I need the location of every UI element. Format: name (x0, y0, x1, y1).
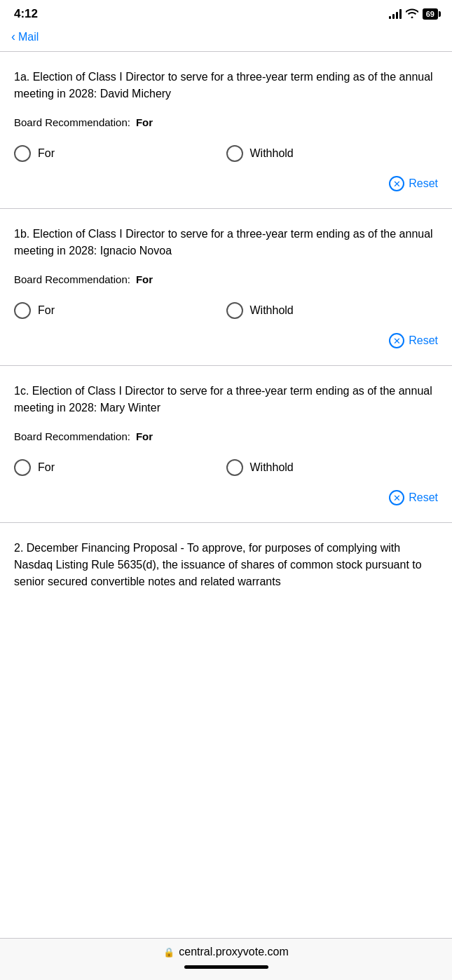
board-rec-value-1a: For (136, 116, 153, 128)
back-button[interactable]: ‹ Mail (11, 29, 39, 44)
proposal-1b-voting-options: For Withhold (14, 302, 438, 319)
board-rec-value-1b: For (136, 273, 153, 285)
proposal-1b-reset-row: ✕ Reset (14, 333, 438, 351)
reset-x-icon-1c: ✕ (389, 490, 404, 505)
nav-bar: ‹ Mail (0, 25, 452, 51)
proposal-1a-for-label: For (38, 147, 55, 160)
proposal-1c-board-rec: Board Recommendation: For (14, 430, 438, 442)
proposal-2-number: 2. (14, 542, 27, 554)
battery-icon: 69 (423, 8, 438, 20)
proposal-1a-reset-label: Reset (409, 177, 438, 190)
proposal-1c-for-option[interactable]: For (14, 459, 226, 476)
reset-x-icon-1a: ✕ (389, 176, 404, 191)
back-label: Mail (18, 31, 39, 43)
bottom-bar: 🔒 central.proxyvote.com (0, 938, 452, 980)
proposal-1c-withhold-label: Withhold (250, 461, 294, 474)
home-indicator (184, 965, 268, 969)
proposal-2-section: 2. December Financing Proposal - To appr… (0, 523, 452, 702)
board-rec-value-1c: For (136, 430, 153, 442)
board-rec-label-1a: Board Recommendation: (14, 116, 130, 128)
proposal-1b-for-radio[interactable] (14, 302, 31, 319)
proposal-1b-number: 1b. (14, 228, 33, 240)
status-time: 4:12 (14, 7, 38, 21)
proposal-1a-voting-options: For Withhold (14, 145, 438, 162)
proposal-1c-withhold-radio[interactable] (226, 459, 243, 476)
url-bar: 🔒 central.proxyvote.com (14, 946, 438, 958)
proposal-1a-for-radio[interactable] (14, 145, 31, 162)
proposal-1c-for-radio[interactable] (14, 459, 31, 476)
status-bar: 4:12 69 (0, 0, 452, 25)
proposal-1b-board-rec: Board Recommendation: For (14, 273, 438, 285)
proposal-1c-for-label: For (38, 461, 55, 474)
board-rec-label-1c: Board Recommendation: (14, 430, 130, 442)
reset-x-icon-1b: ✕ (389, 333, 404, 348)
proposal-1b-for-label: For (38, 304, 55, 317)
proposal-1a-reset-row: ✕ Reset (14, 176, 438, 194)
proposal-1b-section: 1b. Election of Class I Director to serv… (0, 209, 452, 365)
back-chevron-icon: ‹ (11, 29, 15, 44)
proposal-1c-reset-row: ✕ Reset (14, 490, 438, 508)
proposal-1a-board-rec: Board Recommendation: For (14, 116, 438, 128)
proposal-1a-withhold-radio[interactable] (226, 145, 243, 162)
proposal-1a-number: 1a. (14, 71, 33, 83)
proposal-1c-title: 1c. Election of Class I Director to serv… (14, 383, 438, 416)
wifi-icon (406, 8, 418, 20)
proposal-1c-section: 1c. Election of Class I Director to serv… (0, 366, 452, 522)
proposal-1c-number: 1c. (14, 385, 32, 397)
board-rec-label-1b: Board Recommendation: (14, 273, 130, 285)
proposal-1b-for-option[interactable]: For (14, 302, 226, 319)
proposal-1a-withhold-option[interactable]: Withhold (226, 145, 439, 162)
signal-icon (389, 9, 402, 19)
proposal-1b-withhold-option[interactable]: Withhold (226, 302, 439, 319)
proposal-1c-withhold-option[interactable]: Withhold (226, 459, 439, 476)
proposal-1b-withhold-radio[interactable] (226, 302, 243, 319)
lock-icon: 🔒 (163, 947, 174, 958)
proposal-1a-title: 1a. Election of Class I Director to serv… (14, 69, 438, 102)
proposal-1c-reset-label: Reset (409, 491, 438, 504)
proposal-2-title: 2. December Financing Proposal - To appr… (14, 540, 438, 590)
proposal-1b-reset-label: Reset (409, 334, 438, 347)
proposal-1c-reset-button[interactable]: ✕ Reset (389, 490, 438, 505)
proposal-1b-withhold-label: Withhold (250, 304, 294, 317)
proposal-1a-section: 1a. Election of Class I Director to serv… (0, 52, 452, 208)
proposal-1c-voting-options: For Withhold (14, 459, 438, 476)
proposal-1b-title: 1b. Election of Class I Director to serv… (14, 226, 438, 259)
proposal-1b-reset-button[interactable]: ✕ Reset (389, 333, 438, 348)
proposal-1a-for-option[interactable]: For (14, 145, 226, 162)
proposal-1a-reset-button[interactable]: ✕ Reset (389, 176, 438, 191)
status-icons: 69 (389, 8, 438, 20)
url-text: central.proxyvote.com (179, 946, 289, 958)
proposal-1a-withhold-label: Withhold (250, 147, 294, 160)
